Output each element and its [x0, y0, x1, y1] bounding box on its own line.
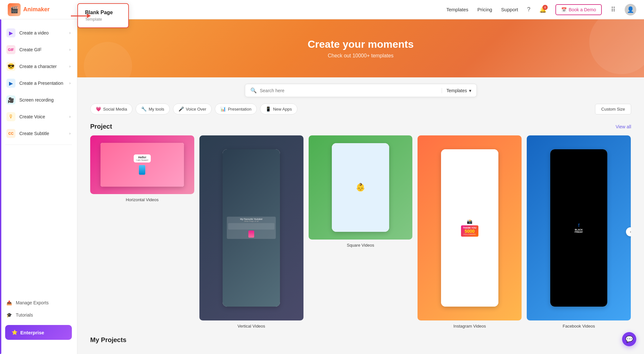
navbar-links: Templates Pricing Support ? 🔔 6 📅 Book a… [446, 4, 636, 15]
search-dropdown-button[interactable]: Templates ▾ [442, 88, 471, 93]
tab-social-media-label: Social Media [103, 107, 127, 112]
section-header: Project View all [90, 123, 631, 130]
phone-mock-vertical: My Favourite Youtuber Write Flags of all [223, 149, 280, 307]
sidebar-label-create-subtitle: Create Subtitle [19, 131, 49, 136]
sidebar-label-create-presentation: Create a Presentation [19, 81, 63, 86]
project-card-facebook[interactable]: f BLACK FRIDAY Facebook Videos [527, 135, 631, 329]
project-section-title: Project [90, 123, 112, 130]
sidebar-item-tutorials[interactable]: 🎓 Tutorials [0, 309, 77, 321]
tab-presentation-label: Presentation [228, 107, 251, 112]
horizontal-card-content: Hello! I am Susan! [90, 135, 194, 194]
horizontal-videos-thumbnail: Hello! I am Susan! [90, 135, 194, 194]
tab-presentation[interactable]: 📊 Presentation [215, 103, 257, 114]
hero-title: Create your moments [308, 38, 414, 50]
chat-widget-button[interactable]: 💬 [622, 332, 636, 346]
sidebar-label-create-gif: Create GIF [19, 47, 42, 52]
search-bar: 🔍 Templates ▾ [245, 84, 477, 97]
manage-exports-icon: 📤 [6, 300, 12, 305]
book-demo-button[interactable]: 📅 Book a Demo [555, 4, 602, 15]
instagram-videos-label: Instagram Videos [418, 324, 522, 329]
filter-tabs: 💗 Social Media 🔧 My tools 🎤 Voice Over 📊… [77, 100, 644, 118]
sidebar-item-create-video[interactable]: ▶ Create a video › [0, 25, 77, 41]
my-tools-icon: 🔧 [141, 106, 147, 112]
nav-pricing[interactable]: Pricing [477, 7, 492, 12]
square-videos-thumbnail: 👶 [309, 135, 413, 240]
laptop-mock: Hello! I am Susan! [101, 143, 184, 187]
arrow-head [87, 14, 91, 18]
nav-support[interactable]: Support [501, 7, 518, 12]
vertical-card-content: My Favourite Youtuber Write Flags of all [199, 135, 303, 320]
vertical-videos-thumbnail: My Favourite Youtuber Write Flags of all [199, 135, 303, 320]
create-gif-icon: GIF [6, 45, 15, 54]
logo-icon: 🎬 [8, 3, 21, 16]
sidebar-label-create-video: Create a video [19, 30, 49, 35]
main-layout: ▶ Create a video › GIF Create GIF › 😎 Cr… [0, 19, 644, 354]
user-avatar[interactable]: 👤 [625, 4, 636, 15]
chevron-icon-6: › [69, 131, 71, 136]
square-card-content: 👶 [309, 135, 413, 240]
facebook-card-content: f BLACK FRIDAY [527, 135, 631, 320]
search-dropdown-chevron: ▾ [469, 88, 471, 93]
star-icon: ⭐ [12, 329, 18, 335]
horizontal-videos-label: Horizontal Videos [90, 197, 194, 202]
view-all-link[interactable]: View all [616, 124, 631, 129]
sidebar-item-manage-exports[interactable]: 📤 Manage Exports [0, 297, 77, 309]
chevron-icon-0: › [69, 31, 71, 35]
search-icon: 🔍 [250, 87, 257, 93]
sidebar-label-create-character: Create a character [19, 64, 57, 69]
notification-button[interactable]: 🔔 6 [539, 6, 546, 13]
chevron-icon-1: › [69, 47, 71, 52]
social-media-icon: 💗 [96, 106, 101, 112]
sidebar-item-create-subtitle[interactable]: CC Create Subtitle › [0, 125, 77, 142]
tab-voice-over-label: Voice Over [186, 107, 207, 112]
sidebar-item-create-character[interactable]: 😎 Create a character › [0, 58, 77, 75]
custom-size-button[interactable]: Custom Size [595, 104, 631, 114]
square-videos-label: Square Videos [309, 243, 413, 248]
tab-social-media[interactable]: 💗 Social Media [90, 103, 132, 114]
brand-name: Animaker [23, 6, 50, 13]
tutorials-icon: 🎓 [6, 312, 12, 318]
tutorials-label: Tutorials [16, 312, 33, 318]
help-button[interactable]: ? [527, 6, 530, 13]
instagram-videos-thumbnail: 📸 THANK YOU 5000 FOLLOWERS [418, 135, 522, 320]
tab-my-tools-label: My tools [149, 107, 164, 112]
project-grid: Hello! I am Susan! Horizontal Videos [90, 135, 631, 329]
project-card-square[interactable]: 👶 Square Videos [309, 135, 413, 329]
enterprise-button[interactable]: ⭐ Enterprise [5, 325, 72, 340]
chevron-icon-5: › [69, 114, 71, 119]
tab-new-apps-label: New Apps [273, 107, 292, 112]
tab-my-tools[interactable]: 🔧 My tools [136, 103, 169, 114]
sidebar-bottom: 📤 Manage Exports 🎓 Tutorials ⭐ Enterpris… [0, 297, 77, 349]
hero-subtitle: Check out 10000+ templates [328, 53, 393, 59]
sidebar-label-screen-recording: Screen recording [19, 97, 54, 103]
chevron-icon-3: › [69, 81, 71, 85]
notification-badge: 6 [543, 5, 548, 10]
arrow-line [71, 15, 87, 16]
manage-exports-label: Manage Exports [16, 300, 49, 305]
create-subtitle-icon: CC [6, 129, 15, 138]
search-input[interactable] [260, 88, 438, 93]
search-dropdown-label: Templates [447, 88, 467, 93]
tab-voice-over[interactable]: 🎤 Voice Over [173, 103, 212, 114]
sidebar-item-create-presentation[interactable]: ▶ Create a Presentation › [0, 75, 77, 92]
arrow-indicator [71, 14, 91, 18]
nav-templates[interactable]: Templates [446, 7, 468, 12]
sidebar-item-create-gif[interactable]: GIF Create GIF › [0, 41, 77, 58]
hero-banner: Create your moments Check out 10000+ tem… [77, 19, 644, 77]
facebook-videos-label: Facebook Videos [527, 324, 631, 329]
phone-mock-instagram: 📸 THANK YOU 5000 FOLLOWERS [441, 149, 498, 307]
phone-mock-square: 👶 [332, 143, 389, 231]
project-card-instagram[interactable]: 📸 THANK YOU 5000 FOLLOWERS Instagra [418, 135, 522, 329]
create-voice-icon: 🎙 [6, 112, 15, 121]
tab-new-apps[interactable]: 📱 New Apps [260, 103, 297, 114]
brand-logo[interactable]: 🎬 Animaker [8, 3, 50, 16]
grid-menu-button[interactable]: ⠿ [611, 6, 616, 14]
presentation-icon: 📊 [220, 106, 226, 112]
sidebar-item-screen-recording[interactable]: 🎥 Screen recording [0, 92, 77, 108]
my-projects-section: My Projects [77, 334, 644, 354]
project-card-vertical[interactable]: My Favourite Youtuber Write Flags of all… [199, 135, 303, 329]
project-card-horizontal[interactable]: Hello! I am Susan! Horizontal Videos [90, 135, 194, 329]
sidebar-item-create-voice[interactable]: 🎙 Create Voice › [0, 108, 77, 125]
create-presentation-icon: ▶ [6, 79, 15, 88]
my-projects-title: My Projects [90, 336, 631, 344]
